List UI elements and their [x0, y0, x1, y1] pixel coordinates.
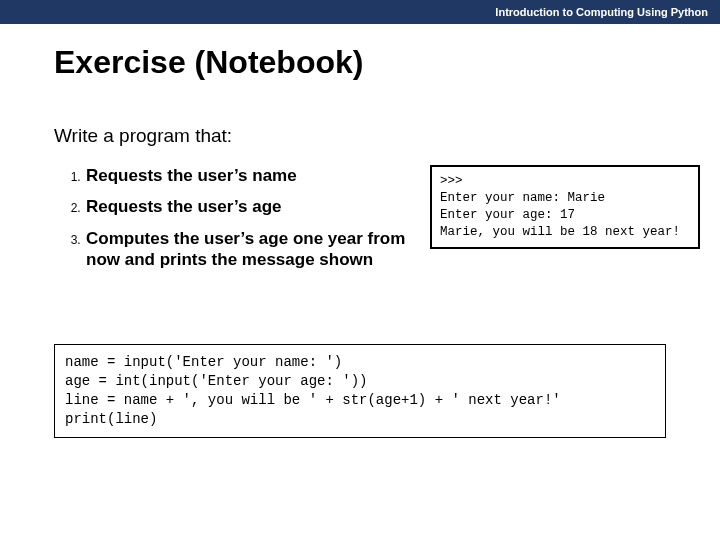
- terminal-output: >>> Enter your name: Marie Enter your ag…: [430, 165, 700, 249]
- exercise-prompt: Write a program that:: [0, 81, 720, 147]
- course-label: Introduction to Computing Using Python: [495, 6, 708, 18]
- list-item: Computes the user’s age one year from no…: [84, 228, 424, 271]
- list-item: Requests the user’s name: [84, 165, 424, 186]
- content-columns: Requests the user’s name Requests the us…: [0, 147, 720, 280]
- steps-column: Requests the user’s name Requests the us…: [54, 165, 424, 280]
- slide-title: Exercise (Notebook): [0, 24, 720, 81]
- list-item: Requests the user’s age: [84, 196, 424, 217]
- terminal-column: >>> Enter your name: Marie Enter your ag…: [430, 165, 700, 280]
- header-bar: Introduction to Computing Using Python: [0, 0, 720, 24]
- slide: Introduction to Computing Using Python E…: [0, 0, 720, 540]
- code-solution: name = input('Enter your name: ') age = …: [54, 344, 666, 438]
- steps-list: Requests the user’s name Requests the us…: [54, 165, 424, 270]
